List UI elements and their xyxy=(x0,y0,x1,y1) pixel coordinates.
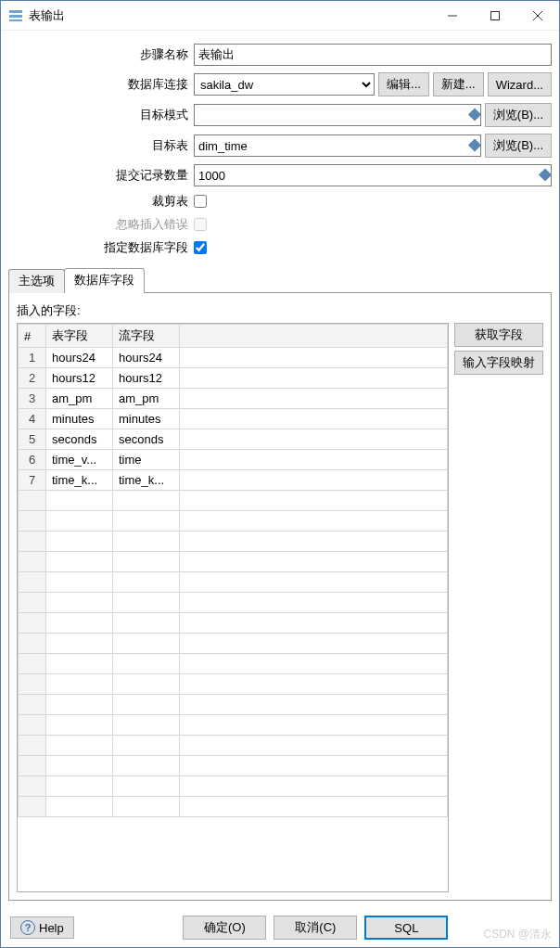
cell-table-field[interactable] xyxy=(46,572,113,593)
cell-table-field[interactable] xyxy=(46,736,113,756)
fields-grid-wrap[interactable]: # 表字段 流字段 1hours24hours242hours12hours12… xyxy=(17,323,449,892)
cell-stream-field[interactable] xyxy=(113,593,180,613)
table-row[interactable] xyxy=(19,552,448,572)
cancel-button[interactable]: 取消(C) xyxy=(274,916,357,940)
cell-stream-field[interactable]: seconds xyxy=(113,429,180,450)
minimize-button[interactable] xyxy=(431,1,474,30)
cell-stream-field[interactable] xyxy=(113,552,180,572)
cell-table-field[interactable] xyxy=(46,491,113,511)
table-row[interactable]: 2hours12hours12 xyxy=(19,368,448,389)
cell-stream-field[interactable] xyxy=(113,756,180,776)
col-header-table-field[interactable]: 表字段 xyxy=(46,325,113,348)
specify-fields-checkbox[interactable] xyxy=(194,241,207,254)
cell-stream-field[interactable] xyxy=(113,532,180,552)
cell-table-field[interactable]: time_k... xyxy=(46,470,113,491)
table-row[interactable] xyxy=(19,654,448,674)
table-row[interactable] xyxy=(19,593,448,613)
cell-stream-field[interactable] xyxy=(113,715,180,736)
table-row[interactable]: 1hours24hours24 xyxy=(19,348,448,368)
cell-table-field[interactable] xyxy=(46,695,113,715)
commit-size-label: 提交记录数量 xyxy=(8,167,194,184)
cell-table-field[interactable] xyxy=(46,654,113,674)
help-button[interactable]: ? Help xyxy=(10,916,74,939)
cell-table-field[interactable] xyxy=(46,756,113,776)
connection-select[interactable]: sakila_dw xyxy=(194,73,375,96)
cell-table-field[interactable] xyxy=(46,797,113,817)
cell-table-field[interactable] xyxy=(46,613,113,634)
cell-table-field[interactable]: seconds xyxy=(46,429,113,450)
table-row[interactable] xyxy=(19,511,448,532)
cell-table-field[interactable]: hours12 xyxy=(46,368,113,389)
cell-stream-field[interactable]: hours12 xyxy=(113,368,180,389)
cell-table-field[interactable] xyxy=(46,593,113,613)
cell-stream-field[interactable] xyxy=(113,674,180,695)
col-header-stream-field[interactable]: 流字段 xyxy=(113,325,180,348)
cell-stream-field[interactable] xyxy=(113,511,180,532)
maximize-button[interactable] xyxy=(474,1,516,30)
table-row[interactable]: 7time_k...time_k... xyxy=(19,470,448,491)
cell-table-field[interactable] xyxy=(46,674,113,695)
cell-table-field[interactable]: hours24 xyxy=(46,348,113,368)
cell-table-field[interactable]: minutes xyxy=(46,409,113,429)
get-fields-button[interactable]: 获取字段 xyxy=(454,323,543,347)
table-row[interactable] xyxy=(19,776,448,797)
cell-stream-field[interactable] xyxy=(113,736,180,756)
map-fields-button[interactable]: 输入字段映射 xyxy=(454,351,543,375)
table-row[interactable] xyxy=(19,756,448,776)
edit-connection-button[interactable]: 编辑... xyxy=(378,72,429,96)
cell-stream-field[interactable] xyxy=(113,613,180,634)
step-name-input[interactable] xyxy=(194,44,552,66)
row-number xyxy=(19,572,46,593)
table-row[interactable] xyxy=(19,634,448,654)
commit-size-input[interactable] xyxy=(194,164,552,186)
table-row[interactable] xyxy=(19,715,448,736)
table-row[interactable] xyxy=(19,572,448,593)
cell-table-field[interactable] xyxy=(46,511,113,532)
cell-stream-field[interactable]: minutes xyxy=(113,409,180,429)
cell-table-field[interactable] xyxy=(46,552,113,572)
col-header-num[interactable]: # xyxy=(19,325,46,348)
table-row[interactable]: 5secondsseconds xyxy=(19,429,448,450)
cell-stream-field[interactable]: time xyxy=(113,450,180,470)
table-row[interactable] xyxy=(19,736,448,756)
cell-stream-field[interactable]: am_pm xyxy=(113,389,180,409)
cell-table-field[interactable] xyxy=(46,776,113,797)
sql-button[interactable]: SQL xyxy=(364,916,448,940)
cell-table-field[interactable]: time_v... xyxy=(46,450,113,470)
table-row[interactable] xyxy=(19,532,448,552)
cell-stream-field[interactable] xyxy=(113,572,180,593)
target-schema-input[interactable] xyxy=(194,104,481,126)
wizard-button[interactable]: Wizard... xyxy=(488,72,552,96)
new-connection-button[interactable]: 新建... xyxy=(433,72,484,96)
cell-stream-field[interactable] xyxy=(113,776,180,797)
table-row[interactable] xyxy=(19,695,448,715)
svg-rect-1 xyxy=(9,15,22,18)
truncate-checkbox[interactable] xyxy=(194,195,207,208)
tab-fields[interactable]: 数据库字段 xyxy=(64,268,145,293)
table-row[interactable]: 3am_pmam_pm xyxy=(19,389,448,409)
cell-stream-field[interactable]: time_k... xyxy=(113,470,180,491)
browse-schema-button[interactable]: 浏览(B)... xyxy=(485,103,552,127)
footer: ? Help 确定(O) 取消(C) SQL xyxy=(1,908,559,947)
table-row[interactable] xyxy=(19,491,448,511)
table-row[interactable]: 6time_v...time xyxy=(19,450,448,470)
table-row[interactable] xyxy=(19,797,448,817)
cell-stream-field[interactable] xyxy=(113,797,180,817)
cell-table-field[interactable]: am_pm xyxy=(46,389,113,409)
close-button[interactable] xyxy=(516,1,559,30)
target-table-input[interactable] xyxy=(194,135,481,157)
ok-button[interactable]: 确定(O) xyxy=(183,916,266,940)
browse-table-button[interactable]: 浏览(B)... xyxy=(485,134,552,158)
table-row[interactable] xyxy=(19,674,448,695)
tab-main[interactable]: 主选项 xyxy=(8,269,65,293)
table-row[interactable] xyxy=(19,613,448,634)
table-row[interactable]: 4minutesminutes xyxy=(19,409,448,429)
cell-stream-field[interactable]: hours24 xyxy=(113,348,180,368)
cell-stream-field[interactable] xyxy=(113,634,180,654)
cell-stream-field[interactable] xyxy=(113,695,180,715)
cell-table-field[interactable] xyxy=(46,715,113,736)
cell-table-field[interactable] xyxy=(46,634,113,654)
cell-stream-field[interactable] xyxy=(113,491,180,511)
cell-stream-field[interactable] xyxy=(113,654,180,674)
cell-table-field[interactable] xyxy=(46,532,113,552)
